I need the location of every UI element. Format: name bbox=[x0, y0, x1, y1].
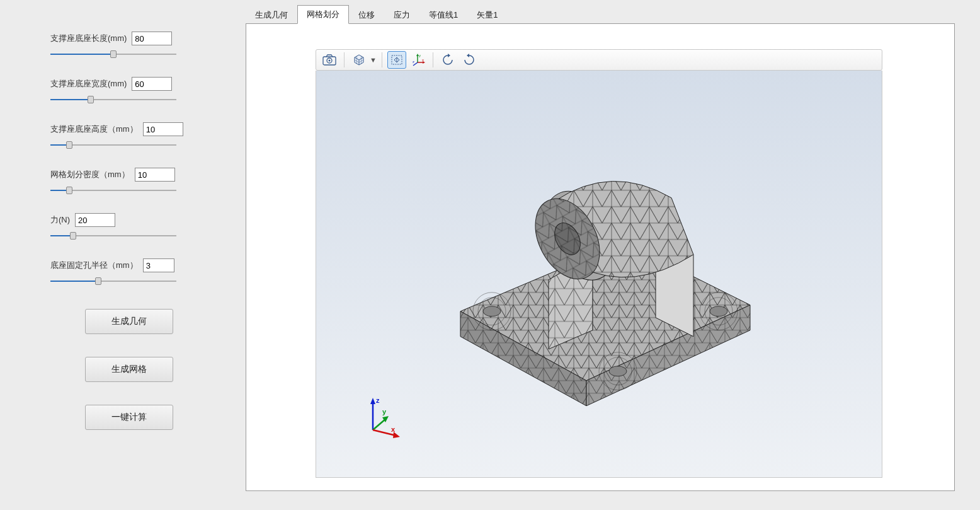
parameter-sidebar: 支撑座底座长度(mm) 支撑座底座宽度(mm) 支撑座底座高度（mm） 网格 bbox=[0, 0, 246, 510]
param-input[interactable] bbox=[75, 213, 115, 227]
svg-marker-13 bbox=[467, 54, 469, 57]
svg-marker-37 bbox=[370, 398, 375, 404]
mesh-model bbox=[423, 141, 775, 418]
svg-text:z: z bbox=[413, 60, 414, 64]
rotate-cw-icon[interactable] bbox=[460, 51, 479, 69]
tab[interactable]: 位移 bbox=[349, 6, 384, 24]
tab[interactable]: 等值线1 bbox=[419, 6, 467, 24]
param-group: 底座固定孔半径（mm） bbox=[50, 258, 208, 286]
param-label: 支撑座底座宽度(mm) bbox=[50, 78, 127, 90]
param-label: 支撑座底座高度（mm） bbox=[50, 124, 138, 135]
param-group: 支撑座底座长度(mm) bbox=[50, 32, 208, 59]
param-input[interactable] bbox=[132, 77, 172, 91]
main-area: 生成几何网格划分位移应力等值线1矢量1 ▼ bbox=[246, 0, 980, 510]
param-label: 底座固定孔半径（mm） bbox=[50, 260, 138, 271]
svg-point-27 bbox=[483, 306, 501, 316]
param-slider[interactable] bbox=[50, 140, 176, 150]
tab[interactable]: 网格划分 bbox=[297, 5, 349, 24]
compute-all-button[interactable]: 一键计算 bbox=[85, 405, 173, 430]
rotate-ccw-icon[interactable] bbox=[438, 51, 457, 69]
svg-point-2 bbox=[329, 60, 331, 62]
separator bbox=[433, 52, 433, 67]
camera-icon[interactable] bbox=[320, 51, 339, 69]
svg-text:y: y bbox=[382, 408, 387, 415]
param-slider[interactable] bbox=[50, 95, 176, 105]
param-input[interactable] bbox=[135, 168, 175, 182]
3d-viewport[interactable]: z y x bbox=[316, 71, 882, 478]
svg-text:x: x bbox=[391, 426, 396, 433]
param-group: 支撑座底座宽度(mm) bbox=[50, 77, 208, 105]
tab[interactable]: 应力 bbox=[384, 6, 419, 24]
param-slider[interactable] bbox=[50, 276, 176, 286]
svg-line-39 bbox=[373, 419, 386, 430]
svg-point-29 bbox=[710, 306, 727, 316]
param-group: 力(N) bbox=[50, 213, 208, 241]
param-input[interactable] bbox=[143, 122, 183, 136]
tab[interactable]: 生成几何 bbox=[246, 6, 297, 24]
param-label: 力(N) bbox=[50, 214, 70, 226]
param-slider[interactable] bbox=[50, 231, 176, 241]
param-group: 网格划分密度（mm） bbox=[50, 168, 208, 195]
param-input[interactable] bbox=[132, 32, 172, 45]
svg-point-28 bbox=[609, 366, 627, 376]
separator bbox=[382, 52, 382, 67]
param-label: 支撑座底座长度(mm) bbox=[50, 33, 127, 44]
separator bbox=[344, 52, 345, 67]
axes-xyz-icon[interactable]: y x z bbox=[409, 51, 428, 69]
svg-text:z: z bbox=[376, 397, 380, 404]
svg-marker-12 bbox=[448, 54, 450, 57]
param-group: 支撑座底座高度（mm） bbox=[50, 122, 208, 150]
cube-dropdown-icon[interactable]: ▼ bbox=[370, 56, 377, 64]
param-input[interactable] bbox=[143, 258, 174, 272]
generate-mesh-button[interactable]: 生成网格 bbox=[85, 357, 173, 382]
viewport-toolbar: ▼ y x z bbox=[316, 49, 882, 71]
viewport-frame: ▼ y x z bbox=[246, 24, 955, 491]
tab-bar: 生成几何网格划分位移应力等值线1矢量1 bbox=[246, 6, 955, 24]
tab[interactable]: 矢量1 bbox=[467, 6, 507, 24]
cube-view-icon[interactable] bbox=[350, 51, 368, 69]
svg-text:y: y bbox=[419, 54, 421, 57]
generate-geometry-button[interactable]: 生成几何 bbox=[85, 309, 173, 334]
axis-indicator: z y x bbox=[363, 395, 407, 439]
fit-view-icon[interactable] bbox=[387, 51, 406, 69]
param-label: 网格划分密度（mm） bbox=[50, 169, 130, 180]
param-slider[interactable] bbox=[50, 49, 176, 59]
param-slider[interactable] bbox=[50, 185, 176, 195]
svg-text:x: x bbox=[422, 58, 424, 62]
